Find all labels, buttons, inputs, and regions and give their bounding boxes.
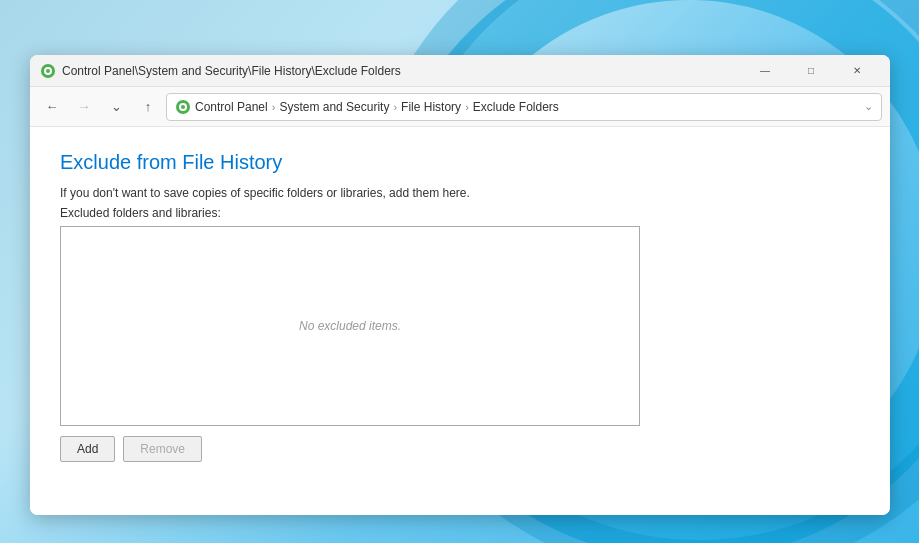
description-text: If you don't want to save copies of spec… xyxy=(60,186,860,200)
title-bar: Control Panel\System and Security\File H… xyxy=(30,55,890,87)
add-button[interactable]: Add xyxy=(60,436,115,462)
breadcrumb-part-1[interactable]: Control Panel xyxy=(195,100,268,114)
explorer-window: Control Panel\System and Security\File H… xyxy=(30,55,890,515)
remove-button[interactable]: Remove xyxy=(123,436,202,462)
forward-button[interactable]: → xyxy=(70,93,98,121)
down-arrow-icon: ⌄ xyxy=(111,99,122,114)
excluded-list: No excluded items. xyxy=(60,226,640,426)
up-button[interactable]: ↑ xyxy=(134,93,162,121)
control-panel-icon xyxy=(40,63,56,79)
breadcrumb: Control Panel › System and Security › Fi… xyxy=(195,100,559,114)
back-icon: ← xyxy=(46,99,59,114)
list-label: Excluded folders and libraries: xyxy=(60,206,860,220)
address-bar[interactable]: Control Panel › System and Security › Fi… xyxy=(166,93,882,121)
page-title: Exclude from File History xyxy=(60,151,860,174)
breadcrumb-sep-1: › xyxy=(272,101,276,113)
breadcrumb-part-4[interactable]: Exclude Folders xyxy=(473,100,559,114)
address-bar-icon xyxy=(175,99,191,115)
breadcrumb-part-2[interactable]: System and Security xyxy=(279,100,389,114)
breadcrumb-part-3[interactable]: File History xyxy=(401,100,461,114)
breadcrumb-sep-2: › xyxy=(393,101,397,113)
button-row: Add Remove xyxy=(60,436,860,462)
back-button[interactable]: ← xyxy=(38,93,66,121)
svg-point-2 xyxy=(46,69,50,73)
minimize-button[interactable]: — xyxy=(742,55,788,87)
close-button[interactable]: ✕ xyxy=(834,55,880,87)
content-area: Exclude from File History If you don't w… xyxy=(30,127,890,515)
breadcrumb-sep-3: › xyxy=(465,101,469,113)
up-icon: ↑ xyxy=(145,99,152,114)
empty-list-text: No excluded items. xyxy=(299,319,401,333)
title-bar-controls: — □ ✕ xyxy=(742,55,880,87)
title-bar-text: Control Panel\System and Security\File H… xyxy=(62,64,742,78)
nav-bar: ← → ⌄ ↑ Control Panel › System and Secur… xyxy=(30,87,890,127)
svg-point-5 xyxy=(181,105,185,109)
address-chevron-icon: ⌄ xyxy=(864,100,873,113)
maximize-button[interactable]: □ xyxy=(788,55,834,87)
recent-locations-button[interactable]: ⌄ xyxy=(102,93,130,121)
forward-icon: → xyxy=(78,99,91,114)
